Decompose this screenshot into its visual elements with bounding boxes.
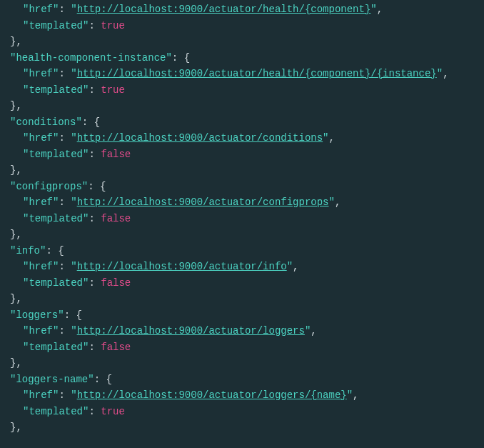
json-key-href: "href" [23, 68, 59, 79]
json-href-value: "http://localhost:9000/actuator/loggers" [71, 325, 311, 337]
actuator-link[interactable]: http://localhost:9000/actuator/health/{c… [77, 4, 371, 15]
json-href-value: "http://localhost:9000/actuator/conditio… [71, 132, 328, 144]
colon: : [89, 20, 101, 31]
json-key-templated: "templated" [23, 20, 89, 31]
colon: : [172, 52, 184, 64]
comma: , [353, 389, 358, 401]
json-object-end: }, [0, 355, 484, 372]
json-boolean: true [101, 406, 125, 417]
comma: , [377, 4, 383, 15]
json-object-start: "loggers": { [0, 307, 484, 324]
json-key-href: "href" [23, 325, 59, 337]
json-boolean: false [101, 149, 131, 160]
json-href-value: "http://localhost:9000/actuator/health/{… [71, 4, 376, 15]
json-boolean: true [101, 20, 125, 31]
comma: , [311, 325, 316, 337]
json-templated-line: "templated": false [0, 146, 484, 163]
json-key-href: "href" [23, 196, 59, 208]
json-boolean: true [101, 84, 125, 96]
brace-close: }, [10, 422, 22, 433]
actuator-link[interactable]: http://localhost:9000/actuator/configpro… [77, 196, 329, 208]
json-key-templated: "templated" [23, 84, 89, 96]
comma: , [443, 68, 448, 79]
json-object-end: }, [0, 34, 484, 50]
json-templated-line: "templated": true [0, 18, 484, 34]
colon: : [89, 149, 101, 160]
json-key-templated: "templated" [23, 406, 89, 417]
json-boolean: false [101, 342, 131, 353]
comma: , [293, 261, 298, 272]
json-key-templated: "templated" [23, 277, 89, 289]
json-href-value: "http://localhost:9000/actuator/configpr… [71, 196, 335, 208]
colon: : [88, 181, 100, 192]
json-href-value: "http://localhost:9000/actuator/info" [71, 261, 293, 272]
json-href-line: "href": "http://localhost:9000/actuator/… [0, 259, 484, 275]
json-object-start: "info": { [0, 243, 484, 259]
comma: , [329, 132, 335, 144]
json-key-href: "href" [23, 261, 59, 272]
json-object-end: }, [0, 98, 484, 114]
brace-open: { [106, 374, 111, 385]
brace-open: { [94, 116, 100, 128]
json-href-line: "href": "http://localhost:9000/actuator/… [0, 323, 484, 339]
json-key-href: "href" [23, 4, 59, 15]
actuator-link[interactable]: http://localhost:9000/actuator/condition… [77, 132, 323, 144]
actuator-link[interactable]: http://localhost:9000/actuator/loggers/{… [77, 389, 347, 401]
brace-open: { [100, 181, 106, 192]
colon: : [59, 325, 71, 337]
brace-open: { [76, 309, 81, 321]
json-href-line: "href": "http://localhost:9000/actuator/… [0, 130, 484, 146]
json-href-line: "href": "http://localhost:9000/actuator/… [0, 1, 484, 18]
actuator-link[interactable]: http://localhost:9000/actuator/loggers [77, 325, 305, 337]
json-key-href: "href" [23, 132, 59, 144]
json-object-end: }, [0, 291, 484, 307]
json-object-start: "conditions": { [0, 114, 484, 131]
colon: : [94, 374, 106, 385]
json-templated-line: "templated": true [0, 82, 484, 99]
brace-close: }, [10, 293, 22, 304]
json-href-line: "href": "http://localhost:9000/actuator/… [0, 194, 484, 211]
comma: , [335, 196, 341, 208]
actuator-link[interactable]: http://localhost:9000/actuator/health/{c… [77, 68, 437, 79]
colon: : [89, 84, 101, 96]
actuator-link[interactable]: http://localhost:9000/actuator/info [77, 261, 287, 272]
brace-close: }, [10, 36, 22, 47]
colon: : [89, 213, 101, 224]
json-href-value: "http://localhost:9000/actuator/health/{… [71, 68, 443, 79]
json-href-value: "http://localhost:9000/actuator/loggers/… [71, 389, 353, 401]
json-object-end: }, [0, 162, 484, 179]
brace-close: }, [10, 100, 22, 111]
colon: : [59, 389, 71, 401]
json-key: "loggers" [10, 309, 64, 321]
colon: : [89, 406, 101, 417]
json-code-block: "href": "http://localhost:9000/actuator/… [0, 0, 484, 440]
colon: : [59, 4, 71, 15]
json-key-templated: "templated" [23, 342, 89, 353]
colon: : [64, 309, 76, 321]
colon: : [59, 196, 71, 208]
brace-open: { [58, 245, 64, 257]
json-object-start: "configprops": { [0, 179, 484, 195]
brace-close: }, [10, 229, 22, 240]
json-key: "loggers-name" [10, 374, 94, 385]
json-key-href: "href" [23, 389, 59, 401]
json-templated-line: "templated": true [0, 404, 484, 420]
brace-open: { [184, 52, 190, 64]
json-object-start: "health-component-instance": { [0, 50, 484, 66]
colon: : [59, 132, 71, 144]
json-templated-line: "templated": false [0, 339, 484, 356]
json-templated-line: "templated": false [0, 275, 484, 292]
colon: : [59, 68, 71, 79]
json-key: "health-component-instance" [10, 52, 172, 64]
json-key: "configprops" [10, 181, 88, 192]
json-boolean: false [101, 213, 131, 224]
json-href-line: "href": "http://localhost:9000/actuator/… [0, 66, 484, 82]
json-boolean: false [101, 277, 131, 289]
json-key: "info" [10, 245, 46, 257]
json-key: "conditions" [10, 116, 82, 128]
json-templated-line: "templated": false [0, 211, 484, 227]
colon: : [59, 261, 71, 272]
json-key-templated: "templated" [23, 213, 89, 224]
brace-close: }, [10, 164, 22, 176]
colon: : [46, 245, 58, 257]
